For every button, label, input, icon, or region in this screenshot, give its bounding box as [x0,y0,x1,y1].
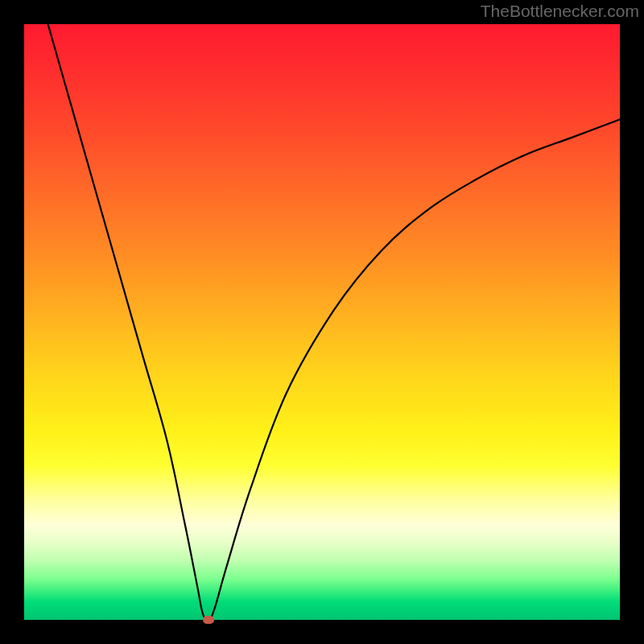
attribution-text: TheBottlenecker.com [481,2,639,21]
bottleneck-curve [24,24,620,620]
chart-plot-area [24,24,620,620]
optimal-point-marker [203,616,214,624]
